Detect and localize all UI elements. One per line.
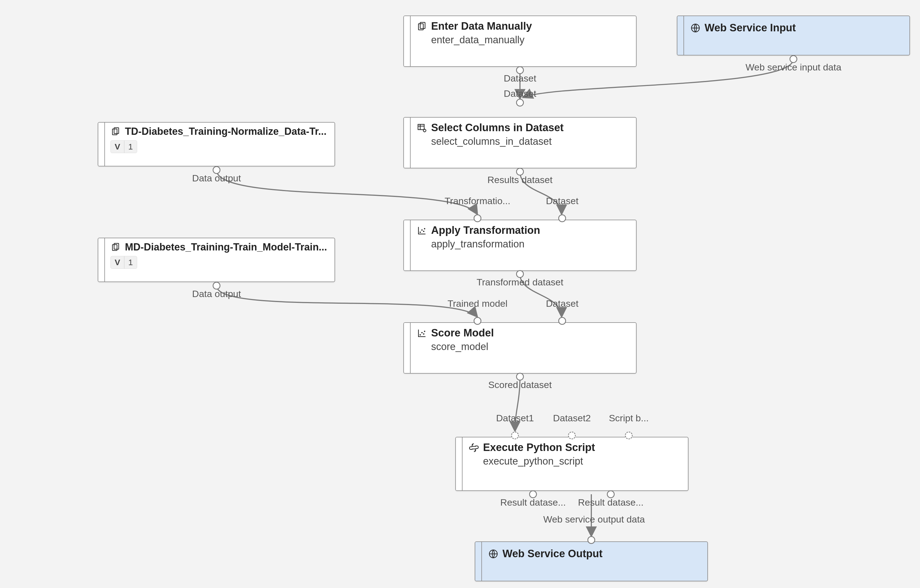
node-execute-python-script[interactable]: Execute Python Script execute_python_scr… (455, 437, 688, 491)
svg-point-10 (424, 228, 425, 229)
port-label: Data output (192, 289, 241, 299)
node-subtitle: execute_python_script (483, 455, 682, 467)
port-python-input-dataset1[interactable] (511, 431, 519, 439)
node-accent (677, 16, 684, 55)
node-web-service-output[interactable]: Web Service Output (475, 541, 708, 582)
node-enter-data-manually[interactable]: Enter Data Manually enter_data_manually (403, 16, 637, 67)
globe-icon (488, 549, 499, 559)
port-label: Web service input data (745, 62, 841, 72)
svg-point-13 (420, 334, 421, 336)
node-title: MD-Diabetes_Training-Train_Model-Train..… (125, 241, 327, 253)
node-accent (404, 118, 411, 168)
port-select-cols-output[interactable] (516, 168, 524, 176)
node-accent (98, 238, 105, 281)
port-label: Web service output data (543, 515, 645, 524)
port-label: Result datase... (578, 498, 643, 507)
node-subtitle: enter_data_manually (431, 34, 630, 46)
node-accent (98, 123, 105, 166)
node-subtitle: select_columns_in_dataset (431, 135, 630, 147)
port-select-cols-input[interactable] (516, 99, 524, 107)
node-apply-transformation[interactable]: Apply Transformation apply_transformatio… (403, 220, 637, 271)
node-title: Apply Transformation (431, 224, 540, 237)
svg-rect-11 (112, 245, 117, 250)
svg-point-7 (420, 232, 421, 233)
port-label: Dataset (504, 89, 536, 98)
node-accent (404, 16, 411, 66)
version-badge: V1 (110, 141, 137, 153)
node-accent (404, 220, 411, 270)
port-ws-input-output[interactable] (789, 55, 797, 63)
multi-doc-icon (417, 21, 427, 32)
node-td-diabetes[interactable]: TD-Diabetes_Training-Normalize_Data-Tr..… (98, 122, 335, 166)
port-ws-output-input[interactable] (588, 536, 595, 544)
port-apply-transformation-input-trans[interactable] (474, 215, 481, 222)
node-web-service-input[interactable]: Web Service Input (677, 16, 910, 55)
port-md-output[interactable] (213, 282, 220, 289)
node-accent (456, 438, 463, 490)
port-label: Results dataset (488, 175, 552, 184)
port-label: Dataset (546, 196, 578, 205)
svg-rect-12 (114, 243, 119, 249)
svg-point-9 (423, 231, 424, 232)
node-title: Web Service Input (705, 22, 796, 34)
node-title: Score Model (431, 327, 494, 339)
svg-point-8 (421, 229, 423, 231)
python-icon (469, 443, 479, 453)
port-td-output[interactable] (213, 166, 220, 174)
port-apply-transformation-input-data[interactable] (558, 215, 566, 222)
node-accent (404, 323, 411, 373)
port-enter-data-output[interactable] (516, 66, 524, 74)
port-python-output-2[interactable] (607, 490, 615, 498)
node-md-diabetes[interactable]: MD-Diabetes_Training-Train_Model-Train..… (98, 238, 335, 282)
multi-doc-icon (110, 126, 121, 137)
node-score-model[interactable]: Score Model score_model (403, 322, 637, 373)
svg-rect-4 (114, 128, 119, 133)
port-label: Dataset2 (553, 413, 591, 423)
port-label: Scored dataset (488, 380, 552, 389)
version-row: V1 (110, 140, 329, 153)
node-title: TD-Diabetes_Training-Normalize_Data-Tr..… (125, 125, 326, 137)
svg-point-15 (423, 333, 424, 335)
node-title: Execute Python Script (483, 441, 595, 454)
node-title: Web Service Output (502, 548, 603, 560)
svg-rect-5 (418, 124, 424, 129)
port-apply-transformation-output[interactable] (516, 270, 524, 278)
globe-icon (690, 23, 701, 33)
port-label: Dataset (504, 73, 536, 83)
port-label: Transformatio... (445, 196, 510, 205)
node-select-columns[interactable]: Select Columns in Dataset select_columns… (403, 117, 637, 168)
svg-point-16 (424, 331, 425, 332)
svg-point-18 (475, 450, 476, 451)
svg-rect-3 (112, 129, 117, 135)
port-label: Result datase... (500, 498, 566, 507)
port-score-input-model[interactable] (474, 317, 481, 325)
version-row: V1 (110, 256, 329, 269)
node-accent (475, 542, 482, 581)
port-python-input-dataset2[interactable] (568, 431, 576, 439)
port-score-output[interactable] (516, 373, 524, 381)
table-gear-icon (417, 123, 427, 133)
scatter-icon (417, 225, 427, 236)
node-subtitle: apply_transformation (431, 238, 630, 250)
port-python-output-1[interactable] (529, 490, 537, 498)
port-label: Script b... (609, 413, 649, 423)
svg-rect-1 (420, 23, 425, 29)
port-python-input-script[interactable] (625, 431, 633, 439)
svg-point-17 (473, 444, 473, 445)
node-subtitle: score_model (431, 341, 630, 352)
svg-point-14 (421, 332, 423, 333)
scatter-icon (417, 328, 427, 338)
version-badge: V1 (110, 256, 137, 269)
node-title: Select Columns in Dataset (431, 121, 564, 134)
svg-point-6 (423, 129, 426, 132)
port-score-input-data[interactable] (558, 317, 566, 325)
node-title: Enter Data Manually (431, 20, 532, 33)
port-label: Data output (192, 173, 241, 183)
port-label: Dataset1 (496, 413, 534, 423)
edges-layer (0, 0, 920, 588)
svg-rect-0 (418, 24, 423, 30)
port-label: Trained model (447, 299, 507, 308)
port-label: Dataset (546, 299, 578, 308)
multi-doc-icon (110, 242, 121, 252)
port-label: Transformed dataset (477, 277, 563, 287)
